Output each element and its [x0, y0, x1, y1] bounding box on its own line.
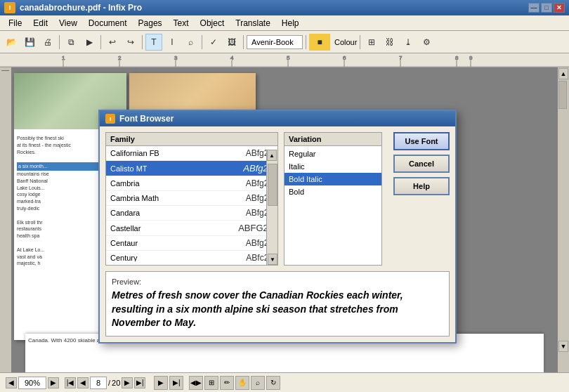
- page-number-input[interactable]: [90, 377, 107, 389]
- ruler: 1 2 3 4 5 6 7 8 9: [0, 53, 569, 67]
- separator-7: [360, 35, 360, 49]
- scrollbar-thumb[interactable]: [268, 164, 277, 206]
- separator-2: [100, 35, 101, 49]
- variation-list: Regular Italic Bold Italic Bold: [284, 146, 381, 200]
- hand-button[interactable]: ✋: [235, 376, 249, 390]
- dialog-overlay: I Font Browser Family Californian FB ABf…: [0, 67, 569, 372]
- undo-button[interactable]: ↩: [104, 34, 121, 51]
- prev-page-button[interactable]: ◀: [77, 377, 89, 388]
- scrollbar-up[interactable]: ▲: [267, 150, 277, 161]
- rotate-button[interactable]: ↻: [266, 376, 280, 390]
- main-area: │ Possibly the finest skiat its finest -…: [0, 67, 569, 372]
- cursor-button[interactable]: I: [164, 34, 181, 51]
- pencil-button[interactable]: ✏: [220, 376, 234, 390]
- variation-bold[interactable]: Bold: [284, 185, 381, 198]
- menu-pages[interactable]: Pages: [133, 17, 168, 30]
- select-button[interactable]: ▶: [81, 34, 98, 51]
- page-separator: /: [108, 379, 110, 387]
- svg-text:7: 7: [399, 55, 403, 61]
- family-item-candara[interactable]: Candara ABfg27: [106, 206, 277, 221]
- family-item-cambria[interactable]: Cambria ABfg27: [106, 176, 277, 191]
- zoom-up-button[interactable]: ▶: [48, 377, 59, 388]
- family-item-californian[interactable]: Californian FB ABfg27: [106, 146, 277, 161]
- bottom-tools: ▶ ▶| ◀▶ ⊞ ✏ ✋ ⌕ ↻: [154, 376, 280, 390]
- export-button[interactable]: ⤓: [400, 34, 417, 51]
- svg-text:9: 9: [469, 55, 473, 61]
- family-item-cambria-math[interactable]: Cambria Math ABfg27: [106, 191, 277, 206]
- view-button[interactable]: ⊞: [204, 376, 218, 390]
- settings-button[interactable]: ⚙: [418, 34, 435, 51]
- open-button[interactable]: 📂: [3, 34, 20, 51]
- text-button[interactable]: T: [145, 34, 162, 51]
- variation-bold-italic[interactable]: Bold Italic: [284, 173, 381, 185]
- zoom-controls: ◀ 90% ▶: [6, 377, 59, 389]
- variation-regular[interactable]: Regular: [284, 148, 381, 160]
- last-page-button[interactable]: ▶|: [134, 377, 145, 388]
- preview-label: Preview:: [112, 277, 443, 286]
- help-button[interactable]: Help: [393, 177, 450, 195]
- maximize-button[interactable]: □: [541, 3, 552, 13]
- dialog-title-bar: I Font Browser: [100, 111, 455, 126]
- spell-button[interactable]: ✓: [205, 34, 222, 51]
- family-scrollbar[interactable]: ▲ ▼: [266, 150, 277, 265]
- font-indicator: Avenir-Book: [247, 35, 303, 49]
- image-button[interactable]: 🖼: [223, 34, 240, 51]
- zoom-button[interactable]: ⌕: [182, 34, 199, 51]
- stop-button[interactable]: ▶|: [169, 376, 183, 390]
- colour-picker[interactable]: ■: [309, 34, 330, 51]
- zoom-tool-button[interactable]: ⌕: [251, 376, 265, 390]
- dialog-icon: I: [105, 114, 115, 124]
- menu-help[interactable]: Help: [276, 17, 305, 30]
- separator-1: [59, 35, 60, 49]
- ruler-svg: 1 2 3 4 5 6 7 8 9: [0, 53, 569, 67]
- toolbar: 📂 💾 🖨 ⧉ ▶ ↩ ↪ T I ⌕ ✓ 🖼 Avenir-Book ■ Co…: [0, 31, 569, 53]
- family-item-centaur[interactable]: Centaur ABfg27: [106, 236, 277, 251]
- zoom-input[interactable]: 90%: [18, 377, 46, 389]
- menu-object[interactable]: Object: [195, 17, 230, 30]
- menu-edit[interactable]: Edit: [27, 17, 53, 30]
- save-button[interactable]: 💾: [21, 34, 38, 51]
- zoom-down-button[interactable]: ◀: [6, 377, 17, 388]
- minimize-button[interactable]: —: [528, 3, 539, 13]
- dialog-title-text: Font Browser: [119, 114, 174, 124]
- menu-view[interactable]: View: [53, 17, 83, 30]
- font-browser-dialog: I Font Browser Family Californian FB ABf…: [98, 110, 457, 344]
- print-button[interactable]: 🖨: [39, 34, 56, 51]
- link-button[interactable]: ⛓: [381, 34, 398, 51]
- dialog-buttons: Use Font Cancel Help: [388, 132, 450, 266]
- first-page-button[interactable]: |◀: [65, 377, 76, 388]
- svg-text:1: 1: [62, 55, 65, 61]
- menu-file[interactable]: File: [3, 17, 27, 30]
- svg-rect-0: [0, 53, 569, 67]
- separator-4: [202, 35, 202, 49]
- copy-button[interactable]: ⧉: [63, 34, 79, 51]
- spacer: [185, 376, 188, 390]
- colour-label: Colour: [334, 38, 357, 46]
- family-item-calisto[interactable]: Calisto MT ABfg27: [106, 161, 277, 176]
- play-button[interactable]: ▶: [154, 376, 168, 390]
- next-page-button[interactable]: ▶: [122, 377, 133, 388]
- svg-text:2: 2: [118, 55, 122, 61]
- use-font-button[interactable]: Use Font: [393, 132, 450, 150]
- title-bar: I canadabrochure.pdf - Infix Pro — □ ✕: [0, 0, 569, 15]
- frame-button[interactable]: ⊞: [363, 34, 380, 51]
- family-item-century[interactable]: Century ABfc27: [106, 251, 277, 261]
- menu-translate[interactable]: Translate: [230, 17, 276, 30]
- window-controls[interactable]: — □ ✕: [528, 3, 565, 13]
- cancel-button[interactable]: Cancel: [393, 155, 450, 173]
- close-button[interactable]: ✕: [554, 3, 565, 13]
- menu-text[interactable]: Text: [168, 17, 195, 30]
- family-item-castellar[interactable]: Castellar ABFG27: [106, 221, 277, 236]
- scrollbar-down[interactable]: ▼: [268, 254, 277, 265]
- menu-document[interactable]: Document: [83, 17, 133, 30]
- separator-5: [243, 35, 244, 49]
- svg-text:3: 3: [174, 55, 178, 61]
- separator-3: [142, 35, 143, 49]
- redo-button[interactable]: ↪: [122, 34, 139, 51]
- variation-italic[interactable]: Italic: [284, 160, 381, 173]
- menu-bar: File Edit View Document Pages Text Objec…: [0, 15, 569, 31]
- audio-button[interactable]: ◀▶: [189, 376, 203, 390]
- family-panel-wrapper: Family Californian FB ABfg27 Calisto MT …: [105, 132, 278, 266]
- family-list[interactable]: Californian FB ABfg27 Calisto MT ABfg27 …: [106, 146, 277, 261]
- dialog-main-row: Family Californian FB ABfg27 Calisto MT …: [105, 132, 450, 266]
